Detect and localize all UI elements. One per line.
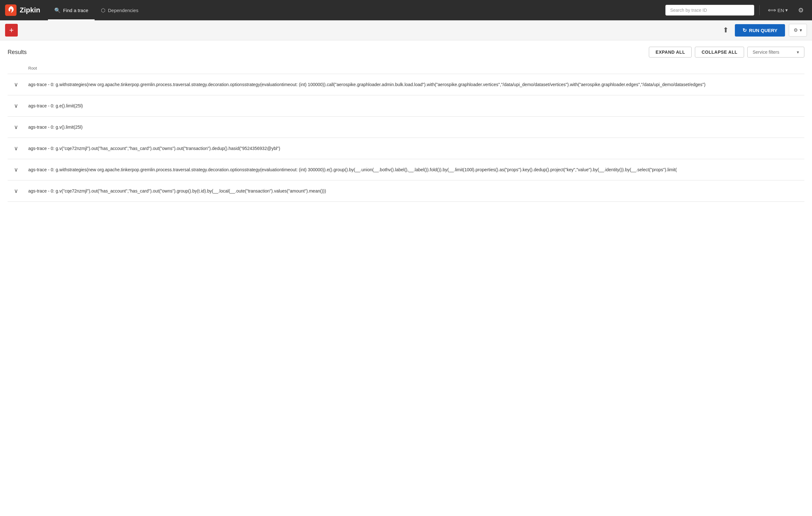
service-filters-label: Service filters — [753, 50, 779, 55]
table-row: ∨ags-trace - 0: g.v("cqe72nzmjl").out("h… — [8, 181, 804, 202]
service-filters-button[interactable]: Service filters ▾ — [747, 47, 804, 57]
add-query-button[interactable]: + — [5, 24, 18, 36]
nav-dependencies-label: Dependencies — [108, 8, 138, 13]
table-row: ∨ags-trace - 0: g.withstrategies(new org… — [8, 74, 804, 95]
trace-text-cell: ags-trace - 0: g.v("cqe72nzmjl").out("ha… — [24, 138, 804, 159]
expand-all-button[interactable]: EXPAND ALL — [649, 47, 692, 57]
navbar: Zipkin 🔍 Find a trace ⬡ Dependencies ⟺ E… — [0, 0, 812, 20]
table-row: ∨ags-trace - 0: g.e().limit(25l) — [8, 95, 804, 117]
expand-row-button[interactable]: ∨ — [11, 186, 21, 196]
table-row: ∨ags-trace - 0: g.v().limit(25l) — [8, 117, 804, 138]
results-actions: EXPAND ALL COLLAPSE ALL Service filters … — [649, 47, 804, 57]
expand-cell: ∨ — [8, 159, 24, 181]
svg-rect-0 — [5, 4, 17, 16]
results-area: Results EXPAND ALL COLLAPSE ALL Service … — [0, 40, 812, 202]
refresh-icon: ↻ — [743, 27, 747, 33]
expand-cell: ∨ — [8, 74, 24, 95]
trace-text-cell: ags-trace - 0: g.withstrategies(new org.… — [24, 159, 804, 181]
upload-area: ⬆ — [720, 24, 731, 37]
results-table: Root ∨ags-trace - 0: g.withstrategies(ne… — [8, 62, 804, 202]
chevron-down-icon: ∨ — [14, 188, 18, 194]
expand-row-button[interactable]: ∨ — [11, 165, 21, 174]
lang-label: EN — [777, 8, 784, 13]
expand-row-button[interactable]: ∨ — [11, 122, 21, 132]
expand-cell: ∨ — [8, 138, 24, 159]
chevron-down-icon: ∨ — [14, 166, 18, 173]
nav-find-trace[interactable]: 🔍 Find a trace — [48, 0, 95, 20]
table-row: ∨ags-trace - 0: g.withstrategies(new org… — [8, 159, 804, 181]
expand-cell: ∨ — [8, 181, 24, 202]
settings-icon: ⚙ — [798, 7, 804, 13]
upload-button[interactable]: ⬆ — [720, 24, 731, 37]
navbar-nav: 🔍 Find a trace ⬡ Dependencies — [48, 0, 145, 20]
nav-dependencies[interactable]: ⬡ Dependencies — [95, 0, 145, 20]
expand-cell: ∨ — [8, 117, 24, 138]
translate-icon: ⟺ — [768, 7, 776, 13]
toolbar: + ⬆ ↻ RUN QUERY ⚙ ▾ — [0, 20, 812, 40]
query-settings-icon: ⚙ — [793, 27, 798, 33]
service-filter-chevron-icon: ▾ — [797, 50, 799, 55]
upload-icon: ⬆ — [723, 26, 728, 34]
results-header: Results EXPAND ALL COLLAPSE ALL Service … — [8, 47, 804, 57]
expand-row-button[interactable]: ∨ — [11, 80, 21, 89]
search-trace-id-input[interactable] — [665, 5, 754, 16]
nav-find-trace-label: Find a trace — [63, 8, 88, 13]
chevron-down-icon: ∨ — [14, 103, 18, 109]
query-settings-button[interactable]: ⚙ ▾ — [789, 24, 807, 36]
chevron-down-icon: ∨ — [14, 124, 18, 130]
expand-row-button[interactable]: ∨ — [11, 101, 21, 111]
search-icon: 🔍 — [54, 7, 61, 13]
language-selector[interactable]: ⟺ EN ▾ — [765, 5, 791, 16]
settings-button[interactable]: ⚙ — [795, 4, 807, 16]
lang-chevron-icon: ▾ — [785, 7, 788, 13]
trace-text-cell: ags-trace - 0: g.v().limit(25l) — [24, 117, 804, 138]
root-column-header: Root — [24, 62, 804, 74]
results-table-body: ∨ags-trace - 0: g.withstrategies(new org… — [8, 74, 804, 202]
chevron-down-icon: ∨ — [14, 81, 18, 88]
graph-icon: ⬡ — [101, 7, 106, 13]
run-query-button[interactable]: ↻ RUN QUERY — [735, 24, 785, 36]
app-title: Zipkin — [20, 6, 40, 14]
run-query-label: RUN QUERY — [749, 28, 777, 33]
navbar-divider — [759, 5, 760, 15]
expand-row-button[interactable]: ∨ — [11, 144, 21, 153]
expand-cell: ∨ — [8, 95, 24, 117]
results-table-header-row: Root — [8, 62, 804, 74]
table-row: ∨ags-trace - 0: g.v("cqe72nzmjl").out("h… — [8, 138, 804, 159]
zipkin-logo-icon — [5, 4, 17, 16]
expand-column-header — [8, 62, 24, 74]
trace-text-cell: ags-trace - 0: g.e().limit(25l) — [24, 95, 804, 117]
query-settings-chevron: ▾ — [800, 27, 802, 33]
plus-icon: + — [9, 26, 13, 35]
app-logo[interactable]: Zipkin — [5, 4, 40, 16]
trace-text-cell: ags-trace - 0: g.v("cqe72nzmjl").out("ha… — [24, 181, 804, 202]
results-title: Results — [8, 49, 645, 56]
results-table-head: Root — [8, 62, 804, 74]
trace-text-cell: ags-trace - 0: g.withstrategies(new org.… — [24, 74, 804, 95]
collapse-all-button[interactable]: COLLAPSE ALL — [695, 47, 744, 57]
chevron-down-icon: ∨ — [14, 145, 18, 152]
navbar-right: ⟺ EN ▾ ⚙ — [665, 4, 807, 16]
